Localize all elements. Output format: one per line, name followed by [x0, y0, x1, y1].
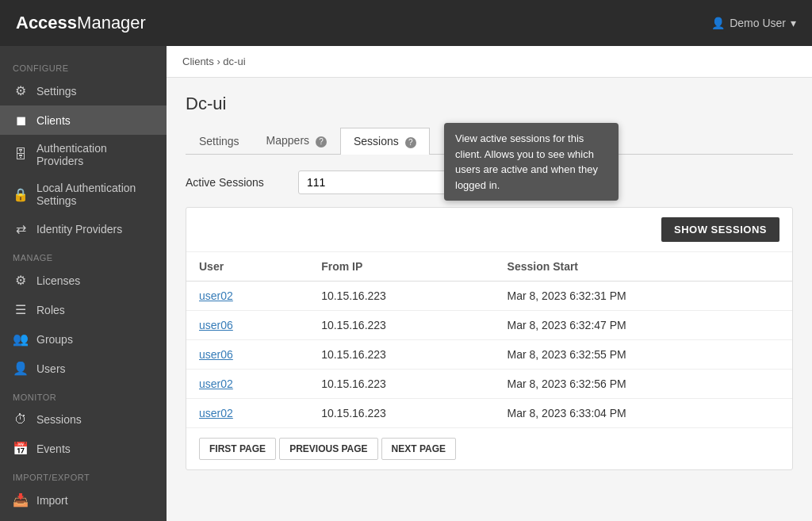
active-sessions-label: Active Sessions — [186, 176, 289, 189]
sidebar-item-import[interactable]: 📥 Import — [0, 485, 167, 515]
table-row: user0610.15.16.223Mar 8, 2023 6:32:55 PM — [186, 340, 792, 370]
importexport-section-label: Import/Export — [0, 463, 167, 485]
sidebar-item-sessions[interactable]: ⏱ Sessions — [0, 405, 167, 434]
pagination: FIRST PAGE PREVIOUS PAGE NEXT PAGE — [186, 427, 792, 469]
import-icon: 📥 — [13, 492, 29, 508]
cell-ip: 10.15.16.223 — [308, 399, 494, 428]
sidebar-item-roles[interactable]: ☰ Roles — [0, 295, 167, 324]
table-header-row: User From IP Session Start — [186, 252, 792, 282]
cell-user[interactable]: user02 — [186, 282, 308, 311]
user-link[interactable]: user06 — [199, 348, 233, 361]
table-body: user0210.15.16.223Mar 8, 2023 6:32:31 PM… — [186, 282, 792, 428]
sidebar-label-roles: Roles — [36, 304, 65, 316]
cell-ip: 10.15.16.223 — [308, 311, 494, 340]
sidebar-label-groups: Groups — [36, 333, 73, 346]
breadcrumb-parent[interactable]: Clients — [182, 56, 214, 67]
sidebar-label-clients: Clients — [36, 114, 71, 127]
table-toolbar: SHOW SESSIONS — [186, 208, 792, 252]
page-title: Dc-ui — [186, 94, 793, 114]
breadcrumb-current: dc-ui — [223, 56, 245, 67]
cell-session-start: Mar 8, 2023 6:32:55 PM — [495, 340, 792, 370]
monitor-section-label: Monitor — [0, 383, 167, 405]
sidebar: Configure ⚙ Settings ◼ Clients 🗄 Authent… — [0, 46, 167, 521]
cell-session-start: Mar 8, 2023 6:32:31 PM — [495, 282, 792, 311]
sessions-help-icon[interactable]: ? — [405, 137, 416, 148]
logo: AccessManager — [16, 13, 146, 33]
tab-sessions[interactable]: Sessions ? View active sessions for this… — [340, 128, 430, 155]
sessions-tooltip: View active sessions for this client. Al… — [444, 123, 619, 201]
identity-providers-icon: ⇄ — [13, 221, 29, 236]
cell-ip: 10.15.16.223 — [308, 282, 494, 311]
sidebar-item-identity-providers[interactable]: ⇄ Identity Providers — [0, 214, 167, 243]
tab-mappers[interactable]: Mappers ? — [253, 127, 340, 154]
previous-page-button[interactable]: PREVIOUS PAGE — [279, 438, 377, 460]
sidebar-label-users: Users — [36, 362, 66, 375]
sidebar-label-sessions: Sessions — [36, 413, 82, 426]
col-from-ip: From IP — [308, 252, 494, 282]
cell-ip: 10.15.16.223 — [308, 370, 494, 399]
sidebar-item-users[interactable]: 👤 Users — [0, 354, 167, 383]
sidebar-item-licenses[interactable]: ⚙ Licenses — [0, 266, 167, 295]
sidebar-item-local-auth[interactable]: 🔒 Local Authentication Settings — [0, 174, 167, 214]
sidebar-label-identity-providers: Identity Providers — [36, 223, 122, 236]
next-page-button[interactable]: NEXT PAGE — [381, 438, 456, 460]
show-sessions-button[interactable]: SHOW SESSIONS — [661, 217, 779, 242]
sessions-table-container: SHOW SESSIONS User From IP Session Start… — [186, 207, 793, 470]
cell-user[interactable]: user02 — [186, 370, 308, 399]
groups-icon: 👥 — [13, 331, 29, 347]
user-menu[interactable]: 👤 Demo User ▾ — [711, 17, 796, 29]
sidebar-item-clients[interactable]: ◼ Clients — [0, 105, 167, 135]
sessions-table: User From IP Session Start user0210.15.1… — [186, 252, 792, 427]
user-label: Demo User — [730, 17, 786, 29]
tab-settings[interactable]: Settings — [186, 128, 253, 154]
sidebar-label-licenses: Licenses — [36, 274, 80, 287]
table-row: user0210.15.16.223Mar 8, 2023 6:33:04 PM — [186, 399, 792, 428]
sessions-icon: ⏱ — [13, 412, 29, 427]
breadcrumb-separator: › — [216, 56, 220, 67]
mappers-help-icon[interactable]: ? — [316, 136, 327, 147]
main-content: Clients › dc-ui Dc-ui Settings Mappers ?… — [167, 46, 812, 521]
cell-session-start: Mar 8, 2023 6:33:04 PM — [495, 399, 792, 428]
tabs-bar: Settings Mappers ? Sessions ? View activ… — [186, 127, 793, 155]
sidebar-item-auth-providers[interactable]: 🗄 Authentication Providers — [0, 135, 167, 174]
settings-icon: ⚙ — [13, 83, 29, 98]
table-row: user0610.15.16.223Mar 8, 2023 6:32:47 PM — [186, 311, 792, 340]
licenses-icon: ⚙ — [13, 273, 29, 288]
sidebar-label-local-auth: Local Authentication Settings — [36, 182, 154, 207]
user-link[interactable]: user06 — [199, 319, 233, 331]
logo-light: Manager — [77, 13, 146, 33]
user-link[interactable]: user02 — [199, 407, 233, 419]
tab-mappers-label: Mappers — [266, 134, 309, 147]
manage-section-label: Manage — [0, 243, 167, 266]
table-header: User From IP Session Start — [186, 252, 792, 282]
col-session-start: Session Start — [495, 252, 792, 282]
logo-bold: Access — [16, 13, 77, 33]
table-row: user0210.15.16.223Mar 8, 2023 6:32:56 PM — [186, 370, 792, 399]
user-link[interactable]: user02 — [199, 377, 233, 390]
cell-ip: 10.15.16.223 — [308, 340, 494, 370]
cell-user[interactable]: user06 — [186, 340, 308, 370]
table-row: user0210.15.16.223Mar 8, 2023 6:32:31 PM — [186, 282, 792, 311]
auth-providers-icon: 🗄 — [13, 147, 29, 162]
sidebar-item-groups[interactable]: 👥 Groups — [0, 324, 167, 354]
cell-user[interactable]: user02 — [186, 399, 308, 428]
content-area: Dc-ui Settings Mappers ? Sessions ? View… — [167, 78, 812, 486]
sidebar-label-import: Import — [36, 494, 68, 507]
header: AccessManager 👤 Demo User ▾ — [0, 0, 812, 46]
sidebar-label-events: Events — [36, 442, 71, 455]
tooltip-text: View active sessions for this client. Al… — [455, 132, 598, 191]
user-icon: 👤 — [711, 17, 725, 29]
breadcrumb: Clients › dc-ui — [167, 46, 812, 78]
users-icon: 👤 — [13, 361, 29, 376]
layout: Configure ⚙ Settings ◼ Clients 🗄 Authent… — [0, 46, 812, 521]
roles-icon: ☰ — [13, 302, 29, 317]
first-page-button[interactable]: FIRST PAGE — [199, 438, 276, 460]
clients-icon: ◼ — [13, 113, 29, 128]
sidebar-item-events[interactable]: 📅 Events — [0, 434, 167, 463]
tab-settings-label: Settings — [199, 135, 239, 147]
user-link[interactable]: user02 — [199, 289, 233, 302]
sidebar-label-settings: Settings — [36, 85, 77, 98]
local-auth-icon: 🔒 — [13, 187, 29, 202]
sidebar-item-settings[interactable]: ⚙ Settings — [0, 76, 167, 105]
cell-user[interactable]: user06 — [186, 311, 308, 340]
